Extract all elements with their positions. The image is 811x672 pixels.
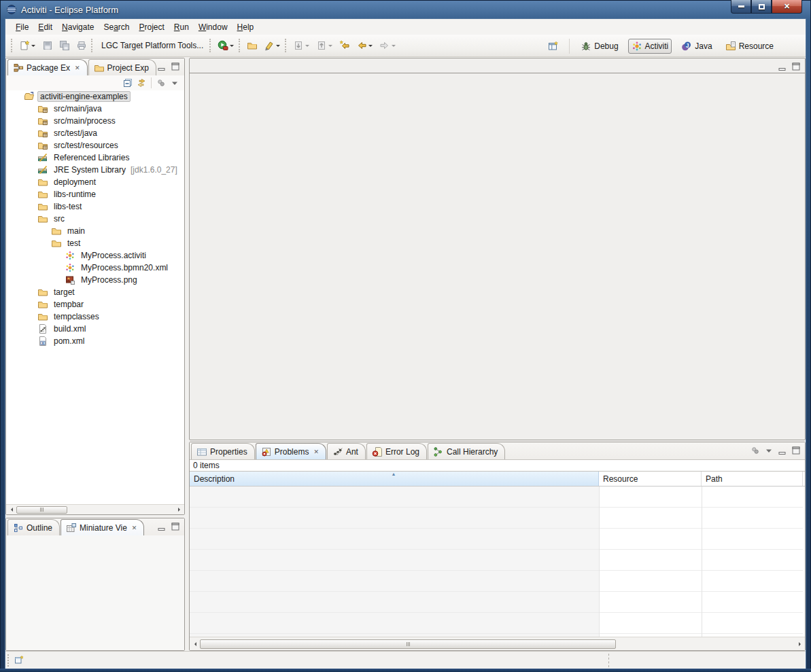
menu-search[interactable]: Search — [99, 20, 134, 34]
collapse-all-button[interactable] — [122, 77, 133, 88]
perspective-java[interactable]: JJava — [678, 39, 715, 54]
tree-item-libs-runtime[interactable]: libs-runtime — [6, 188, 184, 200]
forward-arrow-button[interactable] — [377, 37, 399, 54]
new-wizard-button[interactable] — [16, 37, 39, 54]
dropdown-arrow-icon[interactable] — [390, 39, 396, 52]
perspective-debug[interactable]: Debug — [577, 39, 621, 54]
minimize-view-button[interactable] — [777, 61, 788, 72]
view-menu-icon[interactable] — [763, 445, 774, 456]
tree-item-main[interactable]: main — [6, 225, 184, 237]
next-annotation-button[interactable] — [290, 37, 313, 54]
minimize-button[interactable] — [731, 0, 751, 14]
dropdown-arrow-icon[interactable] — [367, 39, 373, 52]
tree-item-deployment[interactable]: deployment — [6, 176, 184, 188]
maximize-view-button[interactable] — [791, 61, 801, 72]
tree-item-myprocess-bpmn20-xml[interactable]: MyProcess.bpmn20.xml — [6, 262, 184, 274]
scroll-right-arrow[interactable] — [174, 505, 184, 515]
minimize-view-button[interactable] — [156, 521, 167, 532]
print-button[interactable] — [73, 37, 90, 54]
menu-window[interactable]: Window — [194, 20, 232, 34]
close-button[interactable]: ✕ — [772, 0, 802, 14]
tree-item-myprocess-activiti[interactable]: MyProcess.activiti — [6, 249, 184, 262]
outline-tab-outline[interactable]: Outline — [7, 519, 60, 535]
tree-item-build-xml[interactable]: build.xml — [6, 323, 184, 335]
minimize-view-button[interactable] — [156, 61, 167, 72]
save-all-button[interactable] — [56, 37, 73, 54]
scroll-thumb[interactable] — [200, 639, 616, 649]
scroll-left-arrow[interactable] — [6, 505, 16, 515]
dropdown-arrow-icon[interactable] — [327, 39, 333, 52]
menu-run[interactable]: Run — [169, 20, 194, 34]
tree-item-jre-system-library[interactable]: JRE System Library[jdk1.6.0_27] — [6, 164, 184, 176]
menu-help[interactable]: Help — [232, 20, 259, 34]
tree-item-src-main-process[interactable]: src/main/process — [6, 115, 184, 127]
perspective-resource[interactable]: Resource — [722, 39, 777, 54]
scroll-left-arrow[interactable] — [190, 639, 200, 649]
tab-close-icon[interactable]: ✕ — [75, 65, 80, 71]
column-header-description[interactable]: ▲Description — [190, 472, 599, 486]
problems-tab-problems[interactable]: Problems✕ — [256, 443, 326, 459]
column-header-resource[interactable]: Resource — [599, 472, 702, 486]
last-edit-location-button[interactable] — [337, 37, 353, 54]
dropdown-arrow-icon[interactable] — [228, 39, 235, 52]
filters-icon[interactable] — [750, 445, 761, 456]
tree-item-src-test-resources[interactable]: src/test/resources — [6, 139, 184, 152]
lgc-target-platform-button[interactable]: LGC Target Platform Tools... — [97, 37, 208, 54]
new-wizard-icon — [19, 40, 30, 51]
tree-horizontal-scrollbar[interactable] — [6, 504, 184, 514]
maximize-view-button[interactable] — [170, 61, 181, 72]
link-with-editor-button[interactable] — [136, 77, 147, 88]
toolbar-grip — [209, 39, 211, 52]
problems-tab-error-log[interactable]: Error Log — [366, 443, 427, 459]
dropdown-arrow-icon[interactable] — [30, 39, 36, 52]
focus-on-task-icon[interactable] — [156, 77, 167, 88]
package-explorer-tab-package-ex[interactable]: Package Ex✕ — [7, 59, 88, 75]
tree-item-activiti-engine-examples[interactable]: activiti-engine-examples — [6, 90, 184, 103]
view-menu-icon[interactable] — [169, 77, 180, 88]
tree-item-target[interactable]: target — [6, 286, 184, 298]
tree-item-myprocess-png[interactable]: MyProcess.png — [6, 274, 184, 286]
column-header-path[interactable]: Path — [702, 472, 803, 486]
menu-edit[interactable]: Edit — [33, 20, 57, 34]
open-folder-button[interactable] — [244, 37, 260, 54]
scroll-thumb[interactable] — [16, 506, 67, 514]
perspective-activiti[interactable]: Activiti — [628, 39, 672, 54]
menu-navigate[interactable]: Navigate — [57, 20, 99, 34]
menu-file[interactable]: File — [11, 20, 33, 34]
maximize-view-button[interactable] — [170, 521, 181, 532]
tree-item-tempclasses[interactable]: tempclasses — [6, 311, 184, 323]
statusbar-grip — [7, 654, 10, 667]
package-explorer-tree: activiti-engine-examplessrc/main/javasrc… — [6, 90, 184, 504]
dropdown-arrow-icon[interactable] — [275, 39, 281, 52]
miniature-view-icon — [66, 523, 77, 533]
back-arrow-button[interactable] — [353, 37, 376, 54]
save-button[interactable] — [39, 37, 56, 54]
table-horizontal-scrollbar[interactable] — [190, 637, 805, 650]
problems-tab-ant[interactable]: Ant — [327, 443, 366, 459]
tree-item-src-test-java[interactable]: src/test/java — [6, 127, 184, 139]
scroll-right-arrow[interactable] — [795, 639, 805, 649]
outline-tab-miniature-vie[interactable]: Miniature Vie✕ — [61, 519, 144, 535]
package-explorer-tab-project-exp[interactable]: Project Exp — [88, 59, 156, 75]
run-external-tools-button[interactable] — [215, 37, 237, 54]
dropdown-arrow-icon[interactable] — [304, 39, 310, 52]
problems-tab-call-hierarchy[interactable]: Call Hierarchy — [428, 443, 505, 459]
tree-item-referenced-libraries[interactable]: Referenced Libraries — [6, 152, 184, 164]
previous-annotation-button[interactable] — [313, 37, 336, 54]
tab-close-icon[interactable]: ✕ — [132, 525, 137, 531]
maximize-button[interactable] — [751, 0, 772, 14]
tree-item-pom-xml[interactable]: Xpom.xml — [6, 335, 184, 347]
maximize-view-button[interactable] — [791, 445, 801, 456]
tab-close-icon[interactable]: ✕ — [313, 448, 319, 455]
tree-item-src-main-java[interactable]: src/main/java — [6, 103, 184, 115]
highlighter-button[interactable] — [261, 37, 283, 54]
problems-tab-properties[interactable]: Properties — [191, 443, 255, 459]
minimize-view-button[interactable] — [777, 445, 788, 456]
fast-view-icon[interactable] — [14, 654, 24, 665]
menu-project[interactable]: Project — [134, 20, 169, 34]
tree-item-src[interactable]: src — [6, 213, 184, 225]
tree-item-libs-test[interactable]: libs-test — [6, 200, 184, 213]
tree-item-tempbar[interactable]: tempbar — [6, 298, 184, 311]
tree-item-test[interactable]: test — [6, 237, 184, 249]
open-perspective-button[interactable] — [545, 38, 562, 54]
